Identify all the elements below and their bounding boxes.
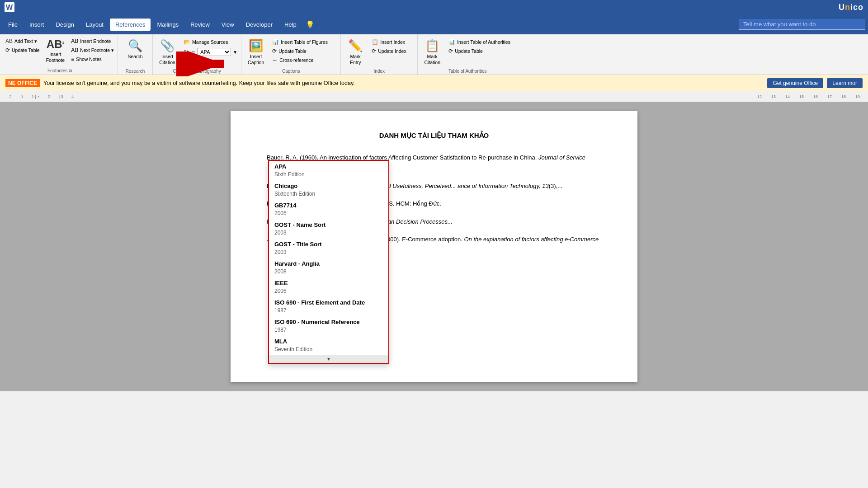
insert-endnote-button[interactable]: AB Insert Endnote xyxy=(69,37,116,45)
ruler-mark: ·19 xyxy=(850,94,863,99)
style-year-apa: Sixth Edition xyxy=(274,171,383,178)
dropdown-scroll-down-button[interactable]: ▼ xyxy=(269,355,388,363)
insert-table-authorities-label: Insert Table of Authorities xyxy=(457,39,510,45)
update-index-button[interactable]: ⟳ Update Index xyxy=(370,47,408,55)
dropdown-item-harvard[interactable]: Harvard - Anglia 2008 xyxy=(269,258,388,277)
dropdown-item-iso690-num[interactable]: ISO 690 - Numerical Reference 1987 xyxy=(269,316,388,336)
add-text-button[interactable]: AB Add Text ▾ xyxy=(4,37,42,45)
ribbon: AB Add Text ▾ ⟳ Update Table AB1 InsertF… xyxy=(0,34,868,75)
menu-mailings[interactable]: Mailings xyxy=(151,19,184,31)
red-arrow xyxy=(176,52,231,78)
style-year-ieee: 2006 xyxy=(274,287,383,295)
menu-developer[interactable]: Developer xyxy=(241,19,278,31)
notification-brand: NE OFFICE xyxy=(5,79,40,87)
insert-caption-button[interactable]: 🖼️ InsertCaption xyxy=(243,37,269,67)
dropdown-item-iso690-first[interactable]: ISO 690 - First Element and Date 1987 xyxy=(269,297,388,316)
update-table-fn-button[interactable]: ⟳ Update Table xyxy=(4,46,42,54)
insert-index-button[interactable]: 📋 Insert Index xyxy=(370,38,408,46)
dropdown-item-gost-title[interactable]: GOST - Title Sort 2003 xyxy=(269,239,388,258)
get-genuine-office-button[interactable]: Get genuine Office xyxy=(767,78,823,88)
cross-reference-button[interactable]: ↔ Cross-reference xyxy=(270,56,330,64)
ruler-mark: ·12· xyxy=(752,94,766,99)
next-footnote-button[interactable]: AB Next Footnote ▾ xyxy=(69,46,116,54)
ruler-mark: |·3· xyxy=(55,94,68,99)
dropdown-item-apa[interactable]: APA Sixth Edition xyxy=(269,161,388,180)
document-title: DANH MỤC TÀI LIỆU THAM KHẢO xyxy=(267,129,601,141)
search-icon: 🔍 xyxy=(128,39,142,53)
index-group-label: Index xyxy=(343,69,415,75)
ref2-italic: Perceived Usefulness, Perceived... ance … xyxy=(365,183,541,189)
dropdown-item-chicago[interactable]: Chicago Sixteenth Edition xyxy=(269,180,388,200)
footnotes-group: AB Add Text ▾ ⟳ Update Table AB1 InsertF… xyxy=(2,34,118,75)
notification-bar: NE OFFICE Your license isn't genuine, an… xyxy=(0,75,868,91)
show-notes-icon: ≡ xyxy=(71,56,74,62)
dropdown-item-mla[interactable]: MLA Seventh Edition xyxy=(269,336,388,355)
mark-entry-button[interactable]: ✏️ MarkEntry xyxy=(343,37,368,67)
insert-table-of-figures-button[interactable]: 📊 Insert Table of Figures xyxy=(270,38,330,46)
menu-help[interactable]: Help xyxy=(279,19,302,31)
update-index-icon: ⟳ xyxy=(372,48,376,54)
search-bar[interactable] xyxy=(739,19,865,30)
mark-citation-label: MarkCitation xyxy=(424,54,440,65)
ruler-mark: ·14· xyxy=(780,94,794,99)
research-group: 🔍 Search Research xyxy=(118,34,153,75)
research-group-label: Research xyxy=(122,69,149,75)
insert-index-label: Insert Index xyxy=(380,39,405,45)
update-table-fn-icon: ⟳ xyxy=(5,47,10,53)
menu-review[interactable]: Review xyxy=(185,19,215,31)
learn-more-button[interactable]: Learn mor xyxy=(827,78,863,88)
dropdown-item-gb7714[interactable]: GB7714 2005 xyxy=(269,200,388,219)
menu-file[interactable]: File xyxy=(3,19,23,31)
style-year-gb7714: 2005 xyxy=(274,210,383,217)
table-of-authorities-group: 📋 MarkCitation 📊 Insert Table of Authori… xyxy=(418,34,517,75)
style-year-gost-title: 2003 xyxy=(274,249,383,256)
ruler: ·2· ·1· 1·|·× ·2· |·3· 4· ·12· ·13· ·14·… xyxy=(0,91,868,102)
style-year-iso690-num: 1987 xyxy=(274,326,383,334)
mark-citation-button[interactable]: 📋 MarkCitation xyxy=(420,37,445,67)
show-notes-button[interactable]: ≡ Show Notes xyxy=(69,55,116,63)
manage-sources-label: Manage Sources xyxy=(192,39,228,45)
insert-footnote-button[interactable]: AB1 InsertFootnote xyxy=(43,36,67,65)
insert-table-authorities-button[interactable]: 📊 Insert Table of Authorities xyxy=(447,38,512,46)
dropdown-item-ieee[interactable]: IEEE 2006 xyxy=(269,277,388,297)
style-name-apa: APA xyxy=(274,163,383,171)
svg-text:W: W xyxy=(6,4,13,11)
insert-caption-label: InsertCaption xyxy=(248,54,264,65)
insert-caption-icon: 🖼️ xyxy=(249,39,263,53)
search-button[interactable]: 🔍 Search xyxy=(122,37,149,61)
update-table-fn-label: Update Table xyxy=(12,47,40,53)
cross-reference-icon: ↔ xyxy=(272,57,278,63)
captions-group-label: Captions xyxy=(243,69,339,75)
menu-design[interactable]: Design xyxy=(50,19,79,31)
update-table-auth-icon: ⟳ xyxy=(448,48,453,54)
menu-bar: File Insert Design Layout References Mai… xyxy=(0,14,868,34)
update-table-captions-button[interactable]: ⟳ Update Table xyxy=(270,47,330,55)
notification-message: Your license isn't genuine, and you may … xyxy=(43,80,764,86)
ruler-mark: ·13· xyxy=(766,94,780,99)
ruler-mark: 4· xyxy=(68,94,79,99)
update-table-captions-label: Update Table xyxy=(278,48,307,54)
footnotes-expand-icon[interactable]: ⧉ xyxy=(69,68,72,73)
style-name-ieee: IEEE xyxy=(274,279,383,287)
insert-citation-icon: 📎 xyxy=(160,39,175,53)
dropdown-item-gost-name[interactable]: GOST - Name Sort 2003 xyxy=(269,219,388,239)
style-name-gost-name: GOST - Name Sort xyxy=(274,221,383,229)
menu-references[interactable]: References xyxy=(110,19,151,31)
insert-index-icon: 📋 xyxy=(372,39,378,45)
mark-entry-label: MarkEntry xyxy=(350,54,361,65)
style-dropdown-icon[interactable]: ▼ xyxy=(233,50,237,55)
manage-sources-button[interactable]: 📂 Manage Sources xyxy=(182,38,239,46)
update-table-auth-button[interactable]: ⟳ Update Table xyxy=(447,47,512,55)
next-footnote-label: Next Footnote ▾ xyxy=(80,47,114,53)
insert-endnote-label: Insert Endnote xyxy=(80,38,111,44)
add-text-icon: AB xyxy=(5,38,13,44)
mark-citation-icon: 📋 xyxy=(425,39,439,53)
menu-layout[interactable]: Layout xyxy=(80,19,109,31)
style-name-harvard: Harvard - Anglia xyxy=(274,260,383,268)
update-table-captions-icon: ⟳ xyxy=(272,48,277,54)
menu-insert[interactable]: Insert xyxy=(24,19,50,31)
menu-view[interactable]: View xyxy=(216,19,240,31)
style-name-mla: MLA xyxy=(274,338,383,346)
style-name-gb7714: GB7714 xyxy=(274,202,383,210)
show-notes-label: Show Notes xyxy=(76,56,102,62)
